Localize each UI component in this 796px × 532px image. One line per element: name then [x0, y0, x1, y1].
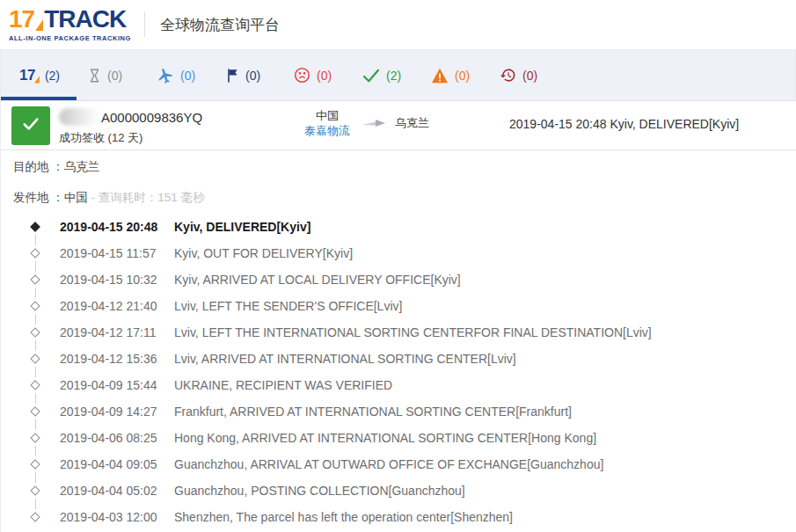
query-time: - 查询耗时：151 毫秒 — [88, 191, 205, 204]
tab-count: (0) — [107, 69, 122, 83]
history-icon — [500, 67, 516, 84]
timeline-marker-icon — [30, 485, 40, 495]
timeline-status: Guanchzhou, POSTING COLLECTION[Guanchzho… — [174, 484, 465, 498]
timeline-time: 2019-04-15 11:57 — [60, 246, 157, 260]
page: 17 TRACK ALL-IN-ONE PACKAGE TRACKING 全球物… — [0, 0, 796, 532]
tracking-number-line: A0000009836YQ — [59, 107, 202, 127]
17track-logo[interactable]: 17 TRACK ALL-IN-ONE PACKAGE TRACKING — [9, 7, 131, 42]
timeline-time: 2019-04-09 14:27 — [60, 404, 157, 419]
tab-pending[interactable]: (0) — [88, 68, 157, 84]
tab-count: (0) — [245, 69, 260, 83]
timeline-marker-icon — [30, 274, 40, 284]
tracking-timeline: 2019-04-15 20:48Kyiv, DELIVERED[Kyiv]201… — [1, 214, 796, 530]
timeline-time: 2019-04-12 15:36 — [60, 352, 157, 366]
timeline-status: Lviv, LEFT THE INTERNATIONAL SORTING CEN… — [174, 325, 652, 339]
tab-count: (0) — [455, 69, 470, 83]
timeline-status: Frankfurt, ARRIVED AT INTERNATIONAL SORT… — [174, 404, 572, 419]
timeline-row: 2019-04-09 15:44UKRAINE, RECIPIENT WAS V… — [1, 372, 796, 398]
timeline-row: 2019-04-12 15:36Lviv, ARRIVED AT INTERNA… — [1, 346, 796, 372]
sad-face-icon — [294, 67, 310, 84]
timeline-row: 2019-04-15 20:48Kyiv, DELIVERED[Kyiv] — [1, 214, 796, 240]
tab-count: (0) — [317, 69, 332, 83]
hourglass-icon — [88, 68, 101, 84]
origin-country: 中国 — [298, 108, 356, 123]
timeline-row: 2019-04-09 14:27Frankfurt, ARRIVED AT IN… — [1, 398, 796, 425]
timeline-time: 2019-04-04 05:02 — [60, 484, 157, 498]
destination-label: 目的地 ： — [13, 160, 64, 173]
active-tab-underline — [1, 97, 77, 100]
timeline-row: 2019-04-04 09:05Guanchzhou, ARRIVAL AT O… — [1, 451, 796, 477]
tab-all[interactable]: 17(2) — [19, 67, 88, 84]
site-header: 17 TRACK ALL-IN-ONE PACKAGE TRACKING 全球物… — [0, 0, 796, 50]
check-icon — [362, 69, 380, 83]
timeline-marker-icon — [30, 433, 40, 442]
route: 中国 泰嘉物流 乌克兰 — [298, 108, 429, 138]
destination-line: 目的地 ：乌克兰 — [13, 159, 99, 175]
timeline-time: 2019-04-06 08:25 — [60, 431, 157, 445]
timeline-status: Lviv, LEFT THE SENDER'S OFFICE[Lviv] — [174, 299, 402, 313]
tab-count: (0) — [522, 69, 537, 83]
timeline-marker-icon — [30, 380, 40, 390]
delivery-status-summary: 成功签收 (12 天) — [59, 130, 202, 146]
timeline-status: Hong Kong, ARRIVED AT INTERNATIONAL SORT… — [174, 431, 596, 445]
timeline-status: Kyiv, OUT FOR DELIVERY[Kyiv] — [174, 246, 353, 260]
timeline-status: Shenzhen, The parcel has left the operat… — [174, 510, 513, 524]
logo-triangle-icon — [35, 19, 43, 31]
timeline-status: Guanchzhou, ARRIVAL AT OUTWARD OFFICE OF… — [174, 457, 603, 471]
timeline-marker-icon — [30, 459, 40, 469]
timeline-time: 2019-04-15 20:48 — [60, 220, 157, 234]
tab-pickup[interactable]: (0) — [225, 68, 294, 84]
17track-logo-wordmark: 17 TRACK — [9, 7, 131, 32]
origin-line: 发件地 ：中国 - 查询耗时：151 毫秒 — [13, 190, 205, 206]
delivered-check-button[interactable] — [11, 106, 50, 145]
check-icon — [21, 116, 40, 135]
warning-icon — [431, 68, 449, 84]
timeline-status: Kyiv, ARRIVED AT LOCAL DELIVERY OFFICE[K… — [174, 273, 461, 287]
tab-undelivered[interactable]: (0) — [294, 67, 362, 84]
timeline-time: 2019-04-15 10:32 — [60, 273, 157, 287]
timeline-row: 2019-04-06 08:25Hong Kong, ARRIVED AT IN… — [1, 425, 796, 451]
timeline-row: 2019-04-15 10:32Kyiv, ARRIVED AT LOCAL D… — [1, 266, 796, 293]
destination-country: 乌克兰 — [395, 115, 429, 131]
route-arrow-icon — [361, 117, 386, 129]
latest-event-text: 2019-04-15 20:48 Kyiv, DELIVERED[Kyiv] — [509, 117, 739, 131]
timeline-time: 2019-04-09 15:44 — [60, 378, 157, 392]
site-title: 全球物流查询平台 — [160, 15, 280, 35]
tab-count: (2) — [386, 69, 401, 83]
timeline-time: 2019-04-04 09:05 — [60, 457, 157, 471]
origin-label: 发件地 ： — [13, 191, 64, 204]
timeline-row: 2019-04-04 05:02Guanchzhou, POSTING COLL… — [1, 477, 796, 504]
package-summary-row[interactable]: A0000009836YQ 成功签收 (12 天) 中国 泰嘉物流 乌克兰 20… — [1, 101, 796, 150]
tab-alert[interactable]: (0) — [431, 68, 500, 84]
timeline-time: 2019-04-12 21:40 — [60, 299, 157, 313]
tab-in-transit[interactable]: (0) — [157, 67, 225, 84]
timeline-marker-icon — [30, 353, 40, 363]
package-info: A0000009836YQ 成功签收 (12 天) — [59, 107, 202, 146]
tab-expired[interactable]: (0) — [500, 67, 568, 84]
destination-value: 乌克兰 — [64, 160, 100, 173]
seventeen-logo-icon: 17 — [19, 67, 39, 84]
carrier-link[interactable]: 泰嘉物流 — [298, 123, 356, 138]
header-divider — [144, 12, 145, 37]
timeline-row: 2019-04-12 21:40Lviv, LEFT THE SENDER'S … — [1, 293, 796, 319]
tracking-number[interactable]: A0000009836YQ — [101, 110, 202, 125]
timeline-status: Kyiv, DELIVERED[Kyiv] — [174, 220, 310, 234]
timeline-status: UKRAINE, RECIPIENT WAS VERIFIED — [174, 378, 392, 392]
route-origin: 中国 泰嘉物流 — [298, 108, 356, 138]
timeline-time: 2019-04-12 17:11 — [60, 325, 157, 339]
plane-icon — [157, 67, 174, 84]
tab-count: (2) — [45, 69, 60, 83]
flag-icon — [225, 68, 239, 84]
tracking-result-panel: A0000009836YQ 成功签收 (12 天) 中国 泰嘉物流 乌克兰 20… — [0, 101, 796, 532]
logo-tagline: ALL-IN-ONE PACKAGE TRACKING — [9, 34, 131, 42]
timeline-status: Lviv, ARRIVED AT INTERNATIONAL SORTING C… — [174, 352, 516, 366]
timeline-marker-icon — [30, 512, 40, 521]
timeline-marker-icon — [30, 327, 40, 337]
tab-count: (0) — [180, 69, 195, 83]
tab-delivered[interactable]: (2) — [362, 69, 431, 83]
logo-17-text: 17 — [9, 7, 34, 32]
timeline-marker-icon — [30, 301, 40, 310]
redacted-blur — [59, 108, 99, 126]
timeline-row: 2019-04-12 17:11Lviv, LEFT THE INTERNATI… — [1, 319, 796, 346]
timeline-marker-icon — [30, 406, 40, 416]
